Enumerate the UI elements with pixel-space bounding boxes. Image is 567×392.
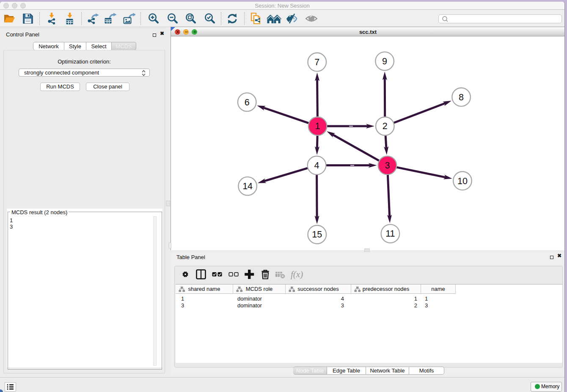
svg-text:3: 3	[385, 160, 390, 171]
svg-text:8: 8	[459, 92, 464, 102]
svg-text:11: 11	[385, 229, 395, 239]
svg-text:7: 7	[314, 57, 319, 67]
svg-text:4: 4	[314, 160, 319, 171]
svg-text:f(x): f(x)	[291, 269, 303, 279]
svg-text:10: 10	[457, 176, 468, 186]
svg-text:15: 15	[312, 229, 322, 240]
svg-text:9: 9	[382, 56, 387, 66]
svg-text:14: 14	[242, 181, 253, 191]
svg-text:2: 2	[383, 121, 388, 131]
svg-text:6: 6	[245, 97, 250, 108]
svg-text:1: 1	[315, 121, 320, 131]
